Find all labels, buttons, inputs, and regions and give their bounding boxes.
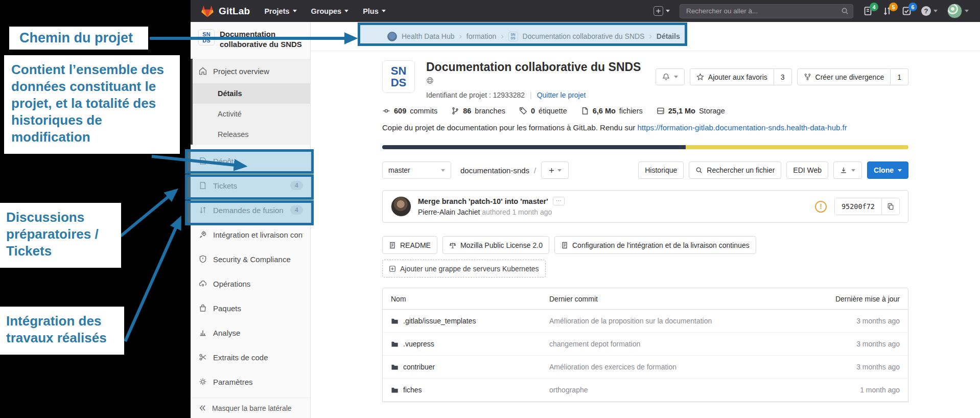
menu-groups[interactable]: Groupes <box>311 7 349 15</box>
table-row[interactable]: fiches orthographe 1 month ago <box>383 379 908 402</box>
stat-storage[interactable]: 25,1 MoStorage <box>657 107 725 115</box>
copy-icon <box>887 203 894 210</box>
project-description: Copie du projet de documentation pour le… <box>382 123 908 132</box>
license-badge[interactable]: Mozilla Public License 2.0 <box>442 236 549 254</box>
rendered-site-link[interactable]: https://formation-gitlab.documentation-s… <box>637 123 847 132</box>
tag-icon <box>519 107 527 115</box>
sidebar-item-releases[interactable]: Releases <box>193 124 310 145</box>
sidebar-item-merge-requests[interactable]: Demandes de fusion 4 <box>191 198 310 222</box>
commit-author[interactable]: Pierre-Alain Jachiet <box>418 208 480 216</box>
project-mini-avatar: SNDS <box>508 32 518 41</box>
breadcrumb-project[interactable]: Documentation collaborative du SNDS <box>523 32 645 40</box>
gitlab-logo[interactable]: GitLab <box>201 5 250 18</box>
add-file-dropdown[interactable] <box>541 161 569 179</box>
sidebar-item-activity[interactable]: Activité <box>193 104 310 124</box>
chevron-down-icon <box>965 10 969 12</box>
help-icon <box>921 6 931 16</box>
repo-path: documentation-snds / <box>460 166 536 175</box>
table-header: Nom Dernier commit Dernière mise à jour <box>383 288 908 310</box>
find-file-button[interactable]: Rechercher un fichier <box>689 161 781 179</box>
file-name-cell[interactable]: fiches <box>391 386 549 394</box>
copy-sha-button[interactable] <box>881 198 899 215</box>
todos-shortcut[interactable]: 6 <box>902 6 912 16</box>
download-button[interactable] <box>833 161 862 179</box>
sidebar-item-project-overview[interactable]: Project overview <box>193 59 310 83</box>
commit-message[interactable]: Merge branch 'patch-10' into 'master' <box>418 197 548 205</box>
project-sidebar: SNDS Documentation collaborative du SNDS… <box>191 22 311 418</box>
table-row[interactable]: contribuer Amélioration des exercices de… <box>383 356 908 379</box>
help-menu[interactable] <box>921 6 938 16</box>
global-search <box>680 4 853 18</box>
folder-icon <box>391 317 399 325</box>
fork-count[interactable]: 1 <box>891 68 908 85</box>
project-stats: 609commits 86branches 0étiquette <box>382 107 908 115</box>
file-name-cell[interactable]: contribuer <box>391 363 549 371</box>
stat-commits[interactable]: 609commits <box>382 107 437 115</box>
fork-button[interactable]: Créer une divergence <box>797 68 891 85</box>
navbar-right: 4 5 6 <box>654 4 969 18</box>
search-icon <box>695 167 703 174</box>
language-bar[interactable] <box>382 145 908 149</box>
leave-project-link[interactable]: Quitter le projet <box>537 91 586 99</box>
issues-icon <box>199 181 207 190</box>
visibility-public <box>426 77 641 86</box>
user-menu[interactable] <box>947 4 969 18</box>
readme-badge[interactable]: README <box>382 236 437 254</box>
branch-selector[interactable]: master <box>382 161 451 179</box>
sidebar-item-ci-cd[interactable]: Intégration et livraison continue <box>191 222 310 247</box>
menu-more[interactable]: Plus <box>363 7 386 15</box>
stat-branches[interactable]: 86branches <box>451 107 505 115</box>
sidebar-item-security[interactable]: Security & Compliance <box>191 247 310 271</box>
pipeline-warning-icon[interactable] <box>815 201 827 213</box>
sidebar-item-snippets[interactable]: Extraits de code <box>191 345 310 369</box>
sidebar-collapse-button[interactable]: Masquer la barre latérale <box>191 398 310 418</box>
project-avatar: SNDS <box>382 60 415 93</box>
repository-icon <box>199 157 207 165</box>
favorite-group: Ajouter aux favoris 3 <box>690 68 792 85</box>
sidebar-item-issues[interactable]: Tickets 4 <box>191 173 310 198</box>
commit-message-cell[interactable]: Amélioration de la proposition sur la do… <box>549 317 813 325</box>
menu-projects[interactable]: Projets <box>264 7 296 15</box>
top-navbar: GitLab Projets Groupes Plus <box>191 0 980 22</box>
commit-message-cell[interactable]: orthographe <box>549 386 813 394</box>
license-scale-icon <box>449 242 456 249</box>
callout-merge-requests: Intégration des travaux réalisés <box>0 307 124 355</box>
commit-message-cell[interactable]: Amélioration des exercices de formation <box>549 363 813 371</box>
file-name-cell[interactable]: .gitlab/issue_templates <box>391 317 549 325</box>
breadcrumb: Health Data Hub formation SNDS Documenta… <box>382 32 908 41</box>
sidebar-item-analytics[interactable]: Analyse <box>191 320 310 345</box>
favorite-button[interactable]: Ajouter aux favoris <box>690 68 774 85</box>
clone-button[interactable]: Clone <box>867 161 908 179</box>
add-kubernetes-button[interactable]: Ajouter une grappe de serveurs Kubernete… <box>382 260 546 277</box>
new-item-dropdown[interactable] <box>654 6 670 16</box>
commit-sha: 95200f72 <box>835 198 881 215</box>
issues-count: 4 <box>290 181 303 190</box>
notifications-button[interactable] <box>656 68 685 85</box>
collapse-chevrons-icon <box>199 404 206 412</box>
sidebar-item-settings[interactable]: Paramètres <box>191 369 310 394</box>
star-count[interactable]: 3 <box>774 68 792 85</box>
commit-expand-button[interactable] <box>553 197 565 205</box>
issues-shortcut[interactable]: 4 <box>863 6 873 16</box>
web-ide-button[interactable]: EDI Web <box>786 161 828 179</box>
sidebar-item-details[interactable]: Détails <box>193 83 310 104</box>
sidebar-item-packages[interactable]: Paquets <box>191 296 310 320</box>
sidebar-project-link[interactable]: SNDS Documentation collaborative du SNDS <box>191 22 310 56</box>
merge-requests-shortcut[interactable]: 5 <box>882 6 892 16</box>
commit-author-avatar[interactable] <box>391 196 411 217</box>
history-button[interactable]: Historique <box>638 161 684 179</box>
table-row[interactable]: .vuepress changement depot formation 3 m… <box>383 333 908 356</box>
stat-files[interactable]: 6,6 Mofichiers <box>581 107 643 115</box>
table-row[interactable]: .gitlab/issue_templates Amélioration de … <box>383 310 908 333</box>
chevron-down-icon <box>666 10 670 12</box>
sidebar-item-repository[interactable]: Dépôt <box>191 149 310 173</box>
breadcrumb-subgroup[interactable]: formation <box>466 32 496 40</box>
file-name-cell[interactable]: .vuepress <box>391 340 549 348</box>
repo-name[interactable]: documentation-snds <box>460 166 529 175</box>
commit-message-cell[interactable]: changement depot formation <box>549 340 813 348</box>
sidebar-item-operations[interactable]: Opérations <box>191 271 310 296</box>
search-input[interactable] <box>680 4 853 18</box>
breadcrumb-group[interactable]: Health Data Hub <box>402 32 455 40</box>
stat-tags[interactable]: 0étiquette <box>519 107 567 115</box>
ci-config-badge[interactable]: Configuration de l'intégration et de la … <box>554 236 756 254</box>
